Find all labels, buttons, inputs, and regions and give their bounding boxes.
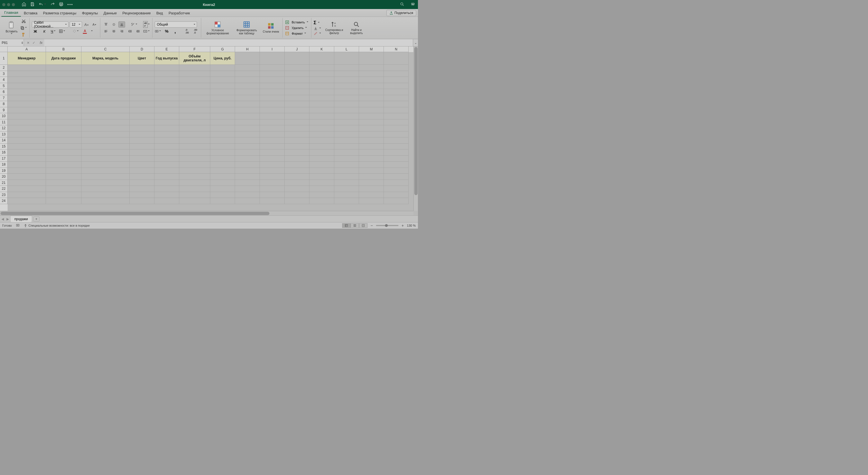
cell-J20[interactable] [285, 174, 309, 180]
row-header-23[interactable]: 23 [0, 192, 8, 198]
zoom-knob[interactable] [385, 224, 388, 227]
search-icon[interactable] [400, 2, 404, 7]
cell-E10[interactable] [154, 113, 179, 120]
cell-D24[interactable] [130, 198, 154, 204]
col-header-F[interactable]: F [179, 46, 210, 52]
sheet-prev-icon[interactable]: ◀ [0, 217, 5, 221]
cell-A12[interactable] [8, 125, 46, 132]
cell-B19[interactable] [46, 168, 82, 174]
name-box[interactable]: P81 [0, 39, 24, 46]
close-dot[interactable] [2, 3, 5, 6]
row-header-11[interactable]: 11 [0, 120, 8, 126]
cell-A4[interactable] [8, 77, 46, 83]
col-header-E[interactable]: E [154, 46, 179, 52]
cell-K10[interactable] [309, 113, 334, 120]
dec-decimal-icon[interactable]: .00.0 [192, 28, 199, 34]
cell-C12[interactable] [82, 125, 130, 132]
cell-C14[interactable] [82, 137, 130, 144]
cell-G23[interactable] [210, 192, 235, 198]
row-header-18[interactable]: 18 [0, 162, 8, 168]
sheet-tab-active[interactable]: продажи [10, 216, 32, 222]
cell-K11[interactable] [309, 120, 334, 126]
cell-A21[interactable] [8, 180, 46, 186]
confirm-icon[interactable]: ✓ [32, 41, 35, 45]
cell-E15[interactable] [154, 144, 179, 150]
cell-B15[interactable] [46, 144, 82, 150]
cell-N6[interactable] [384, 89, 409, 95]
cell-C23[interactable] [82, 192, 130, 198]
cell-M16[interactable] [359, 149, 384, 156]
row-header-8[interactable]: 8 [0, 101, 8, 107]
cell-C1[interactable]: Марка, модель [82, 52, 130, 65]
cell-M19[interactable] [359, 168, 384, 174]
cell-B12[interactable] [46, 125, 82, 132]
cell-L6[interactable] [334, 89, 359, 95]
cell-E5[interactable] [154, 83, 179, 89]
cell-F3[interactable] [179, 71, 210, 77]
view-normal-icon[interactable] [342, 223, 350, 228]
cell-C17[interactable] [82, 156, 130, 162]
cell-B9[interactable] [46, 107, 82, 113]
cell-I12[interactable] [260, 125, 285, 132]
cell-D10[interactable] [130, 113, 154, 120]
cell-L23[interactable] [334, 192, 359, 198]
cell-L22[interactable] [334, 186, 359, 192]
cell-I14[interactable] [260, 137, 285, 144]
cell-G2[interactable] [210, 65, 235, 71]
cell-F21[interactable] [179, 180, 210, 186]
wrap-text-icon[interactable]: ab↵ [143, 22, 150, 28]
cell-K22[interactable] [309, 186, 334, 192]
tab-layout[interactable]: Разметка страницы [40, 9, 79, 16]
cut-icon[interactable] [20, 18, 27, 24]
cell-G20[interactable] [210, 174, 235, 180]
cell-D6[interactable] [130, 89, 154, 95]
cell-A6[interactable] [8, 89, 46, 95]
align-right-icon[interactable] [118, 28, 125, 34]
cell-H4[interactable] [235, 77, 260, 83]
cell-F11[interactable] [179, 120, 210, 126]
cell-J13[interactable] [285, 132, 309, 138]
cell-M6[interactable] [359, 89, 384, 95]
cell-G24[interactable] [210, 198, 235, 204]
insert-cells-button[interactable]: Вставить [285, 20, 309, 25]
cell-E9[interactable] [154, 107, 179, 113]
cell-M14[interactable] [359, 137, 384, 144]
cell-K14[interactable] [309, 137, 334, 144]
cell-I18[interactable] [260, 162, 285, 168]
cell-J23[interactable] [285, 192, 309, 198]
row-header-20[interactable]: 20 [0, 174, 8, 180]
tab-home[interactable]: Главная [1, 9, 21, 16]
col-header-M[interactable]: M [359, 46, 384, 52]
cell-F23[interactable] [179, 192, 210, 198]
cell-I21[interactable] [260, 180, 285, 186]
cell-H17[interactable] [235, 156, 260, 162]
indent-dec-icon[interactable] [127, 28, 133, 34]
cell-I5[interactable] [260, 83, 285, 89]
cell-K6[interactable] [309, 89, 334, 95]
cell-B6[interactable] [46, 89, 82, 95]
cell-I16[interactable] [260, 149, 285, 156]
cell-J8[interactable] [285, 101, 309, 107]
cell-N20[interactable] [384, 174, 409, 180]
col-header-L[interactable]: L [334, 46, 359, 52]
cell-H10[interactable] [235, 113, 260, 120]
cell-N8[interactable] [384, 101, 409, 107]
cell-L12[interactable] [334, 125, 359, 132]
font-size-combo[interactable]: 12 [70, 22, 82, 28]
share-button[interactable]: Поделиться [386, 10, 416, 16]
cell-L4[interactable] [334, 77, 359, 83]
cell-D9[interactable] [130, 107, 154, 113]
cell-E17[interactable] [154, 156, 179, 162]
cell-C18[interactable] [82, 162, 130, 168]
accessibility-status[interactable]: Специальные возможности: все в порядке [24, 224, 90, 228]
cell-N16[interactable] [384, 149, 409, 156]
cell-K9[interactable] [309, 107, 334, 113]
cell-C8[interactable] [82, 101, 130, 107]
cell-G19[interactable] [210, 168, 235, 174]
cell-F17[interactable] [179, 156, 210, 162]
cell-D15[interactable] [130, 144, 154, 150]
cell-H21[interactable] [235, 180, 260, 186]
cell-B22[interactable] [46, 186, 82, 192]
cell-H14[interactable] [235, 137, 260, 144]
cell-H2[interactable] [235, 65, 260, 71]
